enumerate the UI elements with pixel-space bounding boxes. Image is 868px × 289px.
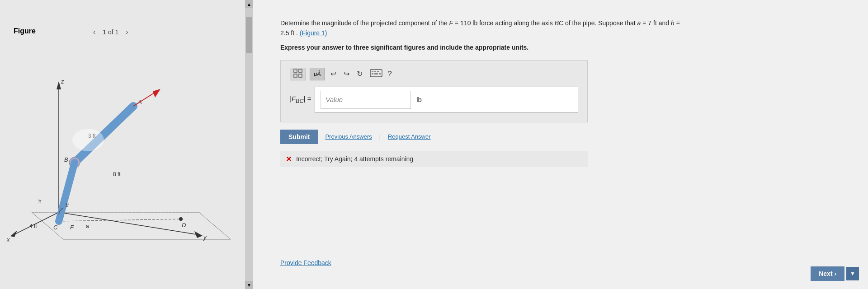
submit-row: Submit Previous Answers | Request Answer (280, 130, 841, 144)
nav-prev-button[interactable]: ‹ (90, 27, 98, 37)
svg-rect-36 (294, 69, 297, 72)
mu-button[interactable]: μÅ (310, 68, 325, 80)
error-icon: ✕ (286, 155, 292, 163)
unit-label: lb (416, 96, 422, 103)
matrix-button[interactable] (290, 68, 306, 80)
scroll-thumb[interactable] (246, 17, 252, 53)
question-panel: Determine the magnitude of the projected… (253, 0, 868, 289)
question-main-text: Determine the magnitude of the projected… (280, 18, 687, 38)
svg-rect-38 (294, 74, 297, 77)
svg-rect-45 (374, 73, 378, 75)
figure-title: Figure (14, 27, 36, 35)
figure-canvas: z x y 4 ft h a C F D (5, 41, 240, 266)
svg-text:y: y (203, 234, 207, 241)
figure-link[interactable]: (Figure 1) (300, 29, 327, 37)
svg-line-24 (59, 219, 181, 221)
refresh-button[interactable]: ↻ (355, 69, 364, 79)
error-message: Incorrect; Try Again; 4 attempts remaini… (296, 155, 413, 163)
previous-answers-button[interactable]: Previous Answers (325, 133, 372, 140)
error-row: ✕ Incorrect; Try Again; 4 attempts remai… (280, 151, 588, 167)
answer-input[interactable] (321, 91, 411, 109)
figure-svg: z x y 4 ft h a C F D (5, 41, 231, 248)
instruction-text: Express your answer to three significant… (280, 44, 841, 51)
svg-text:C: C (53, 224, 58, 231)
feedback-link[interactable]: Provide Feedback (280, 259, 331, 266)
scroll-up-arrow[interactable]: ▲ (245, 0, 253, 8)
separator: | (379, 134, 381, 140)
redo-button[interactable]: ↪ (342, 69, 351, 79)
request-answer-button[interactable]: Request Answer (388, 133, 431, 140)
toolbar: μÅ ↩ ↪ ↻ ? (290, 68, 578, 80)
svg-rect-42 (374, 71, 376, 72)
keyboard-button[interactable] (368, 68, 384, 79)
input-row: |FBC| = lb (290, 87, 578, 113)
svg-rect-39 (299, 74, 302, 77)
svg-point-35 (72, 129, 104, 151)
svg-rect-41 (372, 71, 373, 72)
undo-button[interactable]: ↩ (329, 69, 338, 79)
svg-text:F: F (70, 224, 74, 231)
svg-text:θ: θ (66, 202, 69, 208)
nav-next-button[interactable]: › (123, 27, 131, 37)
svg-text:h: h (38, 198, 42, 205)
svg-text:z: z (61, 78, 64, 85)
next-button-area: Next › ▼ (811, 266, 859, 281)
svg-text:D: D (182, 222, 186, 228)
matrix-icon (293, 68, 303, 79)
svg-rect-46 (379, 73, 381, 75)
svg-marker-8 (57, 81, 61, 89)
svg-rect-43 (377, 71, 379, 72)
figure-panel: Figure ‹ 1 of 1 › z x (0, 0, 253, 289)
svg-marker-34 (153, 89, 160, 98)
svg-rect-44 (372, 73, 373, 75)
svg-line-13 (59, 212, 199, 235)
svg-rect-37 (299, 69, 302, 72)
answer-area: μÅ ↩ ↪ ↻ ? |FBC| = (280, 60, 588, 122)
nav-page-label: 1 of 1 (103, 28, 118, 36)
submit-button[interactable]: Submit (280, 130, 318, 144)
svg-text:8 ft: 8 ft (113, 171, 121, 177)
next-dropdown-button[interactable]: ▼ (846, 267, 859, 280)
input-box-outer: lb (315, 87, 578, 113)
help-button[interactable]: ? (388, 70, 392, 78)
svg-text:a: a (86, 223, 89, 229)
input-math-label: |FBC| = (290, 95, 311, 104)
mu-label: μÅ (314, 70, 321, 77)
svg-text:4 ft: 4 ft (29, 223, 37, 229)
scrollbar[interactable]: ▲ ▼ (245, 0, 253, 289)
svg-text:x: x (6, 236, 10, 243)
svg-text:B: B (64, 156, 68, 163)
next-button[interactable]: Next › (811, 266, 844, 281)
scroll-down-arrow[interactable]: ▼ (245, 281, 253, 289)
figure-navigation: ‹ 1 of 1 › (90, 27, 131, 37)
